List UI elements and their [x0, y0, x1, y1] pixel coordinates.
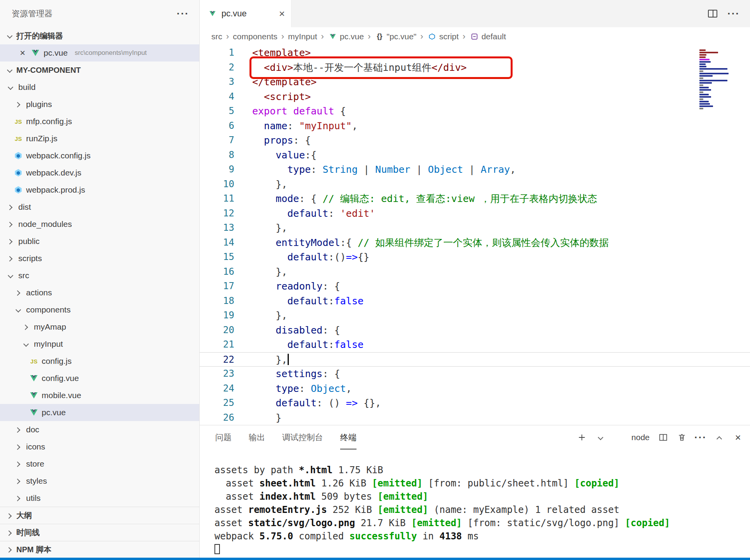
section-npm-scripts[interactable]: NPM 脚本 [0, 541, 199, 558]
code-line-15[interactable]: 15 default:()=>{} [200, 250, 750, 265]
panel-action-split-terminal[interactable] [658, 432, 668, 442]
code-line-18[interactable]: 18 default:false [200, 294, 750, 309]
panel-action-new-terminal[interactable] [577, 432, 587, 442]
tree-item-webpack.prod.js[interactable]: webpack.prod.js [0, 181, 199, 198]
code-line-12[interactable]: 12 default: 'edit' [200, 206, 750, 221]
panel-action-terminal-dropdown[interactable] [595, 432, 606, 442]
tree-item-dist[interactable]: dist [0, 198, 199, 216]
code-line-8[interactable]: 8 value:{ [200, 148, 750, 163]
line-number: 4 [200, 90, 234, 104]
tree-item-styles[interactable]: styles [0, 472, 199, 490]
tree-item-build[interactable]: build [0, 79, 199, 96]
project-section-header[interactable]: MY-COMPONENT [0, 61, 199, 79]
tree-item-node_modules[interactable]: node_modules [0, 216, 199, 233]
panel-tab-terminal[interactable]: 终端 [340, 425, 357, 449]
code-line-5[interactable]: 5export default { [200, 104, 750, 119]
tree-item-plugins[interactable]: plugins [0, 96, 199, 113]
minimap-line [699, 84, 703, 86]
minimap-line [699, 101, 709, 102]
panel-action-close-panel[interactable]: × [733, 432, 743, 442]
panel-action-terminal-selector[interactable]: node [614, 430, 650, 444]
breadcrumb-separator-icon: › [320, 32, 325, 42]
code-line-24[interactable]: 24 type: Object, [200, 381, 750, 396]
tree-item-pc.vue[interactable]: pc.vue [0, 404, 199, 421]
line-number: 25 [200, 396, 234, 411]
code-line-14[interactable]: 14 entityModel:{ // 如果组件绑定了一个实体，则该属性会传入实… [200, 235, 750, 250]
open-editor-item-pc.vue[interactable]: ×pc.vuesrc\components\myInput [0, 44, 199, 61]
minimap-line [699, 105, 713, 107]
panel-tab-debug-console[interactable]: 调试控制台 [282, 425, 323, 449]
close-editor-icon[interactable]: × [18, 47, 27, 58]
code-line-text: </template> [234, 75, 317, 90]
breadcrumb-myinput[interactable]: myInput [288, 32, 317, 41]
code-line-6[interactable]: 6 name: "myInput", [200, 119, 750, 133]
code-line-2[interactable]: 2 <div>本地--开发一个基础input组件</div> [200, 60, 750, 75]
tree-item-myAmap[interactable]: myAmap [0, 318, 199, 335]
minimap-line [699, 96, 711, 98]
code-line-3[interactable]: 3</template> [200, 75, 750, 90]
tree-item-public[interactable]: public [0, 233, 199, 250]
tree-item-webpack.dev.js[interactable]: webpack.dev.js [0, 164, 199, 181]
tree-item-scripts[interactable]: scripts [0, 250, 199, 267]
section-timeline[interactable]: 时间线 [0, 524, 199, 541]
minimap[interactable] [699, 49, 743, 109]
panel-tab-output[interactable]: 输出 [249, 425, 265, 449]
close-tab-icon[interactable]: × [279, 8, 285, 20]
tree-item-config.vue[interactable]: config.vue [0, 370, 199, 387]
tree-item-config.js[interactable]: JSconfig.js [0, 353, 199, 370]
tree-item-webpack.config.js[interactable]: webpack.config.js [0, 147, 199, 164]
code-line-7[interactable]: 7 props: { [200, 133, 750, 148]
open-editors-section-header[interactable]: 打开的编辑器 [0, 27, 199, 44]
code-line-9[interactable]: 9 type: String | Number | Object | Array… [200, 162, 750, 177]
panel-tab-problems[interactable]: 问题 [215, 425, 232, 449]
editor-more-icon[interactable]: ··· [727, 12, 740, 16]
tree-item-runZip.js[interactable]: JSrunZip.js [0, 130, 199, 147]
code-line-10[interactable]: 10 }, [200, 177, 750, 192]
panel-action-panel-more[interactable]: ··· [696, 432, 706, 442]
minimap-line [699, 94, 709, 95]
tree-item-src[interactable]: src [0, 267, 199, 284]
breadcrumb-src[interactable]: src [211, 32, 222, 41]
split-editor-icon[interactable] [708, 10, 717, 18]
code-line-20[interactable]: 20 disabled: { [200, 323, 750, 338]
code-line-13[interactable]: 13 }, [200, 221, 750, 235]
section-outline[interactable]: 大纲 [0, 507, 199, 524]
line-number: 7 [200, 133, 234, 148]
code-line-11[interactable]: 11 mode: { // 编辑态: edit, 查看态:view ，用于在子表… [200, 191, 750, 206]
code-line-4[interactable]: 4 <script> [200, 90, 750, 104]
tree-item-components[interactable]: components [0, 301, 199, 318]
tree-item-store[interactable]: store [0, 455, 199, 472]
breadcrumb-symbol-root[interactable]: {}"pc.vue" [374, 32, 416, 42]
breadcrumb: src›components›myInput›pc.vue›{}"pc.vue"… [200, 27, 750, 46]
tree-item-actions[interactable]: actions [0, 284, 199, 301]
breadcrumb-components[interactable]: components [233, 32, 277, 41]
tree-item-utils[interactable]: utils [0, 490, 199, 507]
tree-item-doc[interactable]: doc [0, 421, 199, 438]
tree-item-icons[interactable]: icons [0, 438, 199, 455]
minimap-line [699, 61, 711, 63]
panel-action-maximize-panel[interactable] [714, 432, 724, 442]
code-line-1[interactable]: 1<template> [200, 46, 750, 60]
code-line-21[interactable]: 21 default:false [200, 337, 750, 352]
breadcrumb-file-pc-vue[interactable]: pc.vue [328, 32, 364, 42]
code-line-25[interactable]: 25 default: () => {}, [200, 396, 750, 411]
code-line-19[interactable]: 19 }, [200, 308, 750, 323]
breadcrumb-symbol-script[interactable]: script [427, 32, 458, 42]
tree-item-label: config.vue [42, 374, 79, 383]
tab-pc-vue[interactable]: pc.vue × [200, 0, 292, 27]
tree-item-mobile.vue[interactable]: mobile.vue [0, 387, 199, 404]
code-line-text: type: Object, [234, 381, 352, 396]
code-line-16[interactable]: 16 }, [200, 265, 750, 279]
terminal-output[interactable]: assets by path *.html 1.75 KiB asset she… [200, 449, 750, 558]
minimap-line [699, 108, 703, 109]
tree-item-myInput[interactable]: myInput [0, 335, 199, 353]
breadcrumb-symbol-default[interactable]: default [469, 32, 506, 42]
panel-action-kill-terminal[interactable] [677, 432, 687, 442]
code-line-26[interactable]: 26 } [200, 411, 750, 425]
code-line-22[interactable]: 22 }, [200, 352, 750, 367]
code-line-17[interactable]: 17 readonly: { [200, 279, 750, 294]
tree-item-mfp.config.js[interactable]: JSmfp.config.js [0, 113, 199, 130]
explorer-more-icon[interactable]: ··· [177, 12, 189, 16]
code-editor[interactable]: 1<template>2 <div>本地--开发一个基础input组件</div… [200, 46, 750, 425]
code-line-23[interactable]: 23 settings: { [200, 367, 750, 381]
